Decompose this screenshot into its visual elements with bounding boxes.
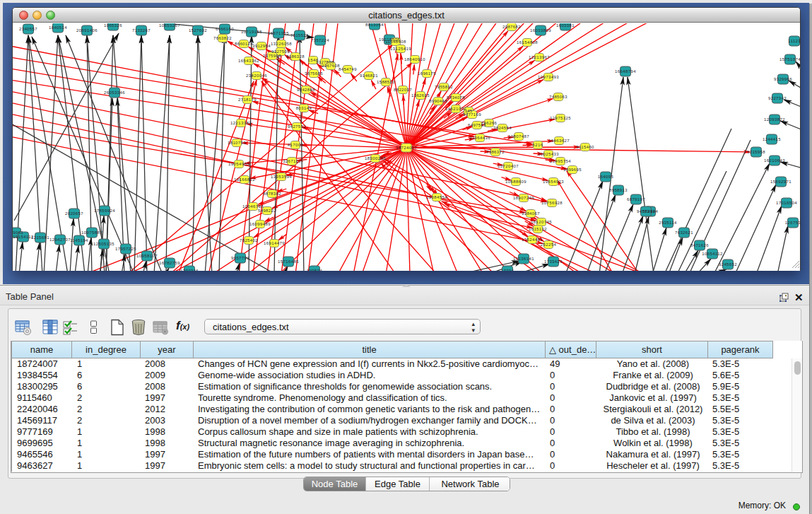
svg-text:417005: 417005: [288, 143, 304, 147]
svg-text:16210643: 16210643: [764, 158, 785, 163]
svg-text:23420046: 23420046: [246, 74, 267, 78]
svg-text:26053346: 26053346: [104, 90, 125, 95]
svg-text:3267110: 3267110: [283, 159, 301, 163]
svg-text:12093872: 12093872: [764, 117, 785, 122]
svg-text:16033809: 16033809: [530, 28, 551, 33]
svg-text:10975887: 10975887: [81, 230, 102, 235]
svg-text:19054955: 19054955: [228, 162, 249, 166]
svg-text:164095: 164095: [598, 175, 614, 179]
svg-text:9329966: 9329966: [774, 77, 792, 81]
svg-text:1362615: 1362615: [411, 93, 430, 98]
svg-text:2367608: 2367608: [322, 64, 340, 68]
svg-text:10688609: 10688609: [505, 180, 526, 184]
svg-text:7485063: 7485063: [549, 95, 567, 99]
svg-text:252254: 252254: [541, 243, 557, 247]
svg-text:8822037: 8822037: [394, 88, 412, 92]
svg-text:12213382: 12213382: [230, 121, 252, 125]
svg-text:19654923: 19654923: [543, 180, 564, 184]
svg-text:11123: 11123: [788, 39, 800, 43]
svg-text:1292346: 1292346: [180, 269, 199, 271]
svg-text:12975125: 12975125: [550, 116, 571, 120]
svg-text:8660124: 8660124: [235, 42, 253, 46]
svg-text:17957225: 17957225: [115, 247, 136, 251]
svg-text:1810753: 1810753: [228, 141, 246, 145]
svg-text:18907249: 18907249: [513, 196, 534, 200]
svg-text:16543362: 16543362: [238, 59, 259, 63]
svg-text:3824554: 3824554: [493, 126, 512, 130]
svg-text:1215681: 1215681: [31, 235, 49, 240]
svg-text:16671355: 16671355: [268, 31, 289, 35]
svg-text:8990448: 8990448: [429, 99, 447, 103]
svg-text:1840514: 1840514: [49, 25, 67, 30]
svg-text:6466160: 6466160: [216, 27, 234, 31]
svg-text:10756928: 10756928: [541, 201, 563, 205]
svg-text:9242848: 9242848: [297, 88, 315, 92]
svg-text:2935114: 2935114: [659, 221, 677, 225]
svg-text:5498222: 5498222: [258, 209, 276, 213]
svg-text:1603381: 1603381: [556, 23, 575, 28]
svg-text:20691406: 20691406: [76, 28, 98, 33]
svg-text:8186328: 8186328: [286, 54, 305, 59]
svg-text:7625402: 7625402: [240, 238, 258, 243]
svg-text:2718179: 2718179: [238, 98, 257, 102]
svg-text:13125419: 13125419: [390, 47, 411, 51]
svg-text:1588520: 1588520: [377, 80, 395, 84]
svg-text:15136141: 15136141: [513, 257, 534, 261]
svg-text:16099489: 16099489: [249, 222, 271, 226]
svg-text:16648794: 16648794: [615, 69, 636, 74]
svg-text:10719155: 10719155: [241, 30, 262, 34]
svg-text:12505135: 12505135: [93, 242, 114, 246]
svg-text:17859924: 17859924: [94, 209, 115, 213]
svg-text:13524451: 13524451: [522, 238, 543, 242]
svg-text:1527602: 1527602: [189, 28, 207, 33]
svg-text:1065326: 1065326: [104, 23, 122, 28]
svg-text:11548408: 11548408: [385, 40, 406, 44]
svg-text:7663822: 7663822: [213, 36, 232, 40]
svg-text:15720407: 15720407: [498, 164, 519, 168]
svg-text:7386372: 7386372: [486, 150, 505, 154]
svg-text:19384554: 19384554: [426, 195, 447, 199]
svg-text:3912954: 3912954: [252, 44, 271, 48]
svg-text:18724007: 18724007: [396, 146, 417, 150]
svg-text:23495754: 23495754: [550, 159, 571, 163]
svg-text:9699695: 9699695: [563, 168, 582, 172]
svg-text:7357224: 7357224: [311, 38, 329, 42]
svg-text:17334: 17334: [501, 269, 514, 271]
svg-text:10653267: 10653267: [159, 23, 180, 28]
svg-text:19166822: 19166822: [234, 177, 255, 182]
svg-text:13226058: 13226058: [271, 42, 292, 46]
svg-text:2340557: 2340557: [19, 27, 37, 31]
svg-text:126753: 126753: [785, 221, 800, 225]
svg-text:16154808: 16154808: [517, 40, 538, 45]
svg-text:9478232: 9478232: [637, 209, 655, 214]
svg-text:746266: 746266: [481, 121, 498, 125]
svg-text:1733426: 1733426: [544, 259, 563, 264]
svg-text:12213967: 12213967: [529, 55, 550, 59]
svg-text:16463627: 16463627: [548, 139, 570, 143]
svg-text:7133267: 7133267: [132, 28, 151, 33]
svg-text:10807487: 10807487: [508, 134, 529, 139]
svg-text:16782759: 16782759: [159, 261, 180, 265]
svg-text:5215958: 5215958: [747, 150, 765, 154]
svg-text:803144: 803144: [296, 106, 312, 110]
svg-text:10025433: 10025433: [538, 152, 559, 156]
svg-text:21364436: 21364436: [469, 136, 490, 140]
svg-text:1696175: 1696175: [418, 71, 436, 76]
svg-text:18300295: 18300295: [365, 156, 386, 160]
svg-text:9657791: 9657791: [231, 256, 249, 260]
svg-text:9384067: 9384067: [522, 211, 540, 216]
svg-text:2175908: 2175908: [263, 54, 281, 58]
svg-text:9427552: 9427552: [288, 124, 306, 129]
svg-text:10654112: 10654112: [702, 252, 723, 256]
svg-text:9245652: 9245652: [719, 262, 737, 267]
svg-text:9734078: 9734078: [447, 95, 465, 100]
svg-text:8878342: 8878342: [263, 192, 281, 196]
svg-text:15751074: 15751074: [779, 57, 800, 62]
svg-text:16914479: 16914479: [264, 241, 285, 245]
svg-text:8454749: 8454749: [339, 67, 357, 71]
svg-text:10973493: 10973493: [538, 75, 559, 79]
svg-text:14621072: 14621072: [445, 107, 466, 111]
svg-text:9227343: 9227343: [768, 96, 787, 100]
svg-text:7955812: 7955812: [435, 85, 453, 89]
svg-text:15716485: 15716485: [278, 259, 299, 264]
